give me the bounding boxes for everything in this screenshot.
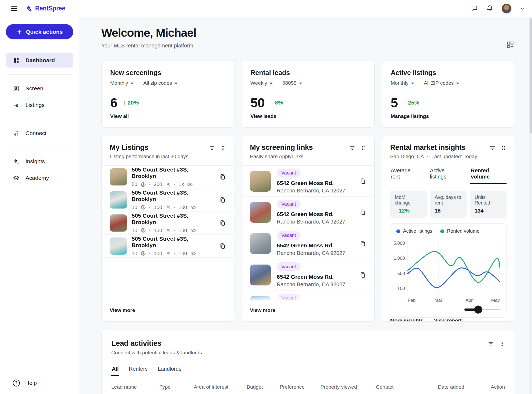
copy-link-icon[interactable] (359, 272, 366, 278)
quick-actions-button[interactable]: Quick actions (6, 24, 73, 39)
period-dropdown[interactable]: Monthly (391, 80, 414, 86)
listing-stats: 10 100 100 (132, 205, 214, 210)
help-label: Help (25, 380, 37, 386)
chevron-down-icon[interactable] (520, 6, 525, 11)
drag-handle-icon[interactable] (500, 145, 507, 151)
lead-activities-card: Lead activities Connect with potential l… (101, 330, 515, 394)
tab-all[interactable]: All (111, 365, 119, 376)
filter-icon[interactable] (489, 145, 496, 151)
tab-landlords[interactable]: Landlords (157, 365, 182, 376)
listing-stats: 10 100 100 (132, 251, 214, 257)
filter-icon[interactable] (209, 145, 215, 151)
property-photo (250, 171, 271, 192)
copy-link-icon[interactable] (219, 220, 226, 226)
sidebar-item-screen[interactable]: Screen (6, 81, 73, 96)
drag-handle-icon[interactable] (360, 145, 366, 151)
my-listings-subtitle: Listing performance in last 30 days (110, 154, 209, 159)
property-address: 6542 Green Moss Rd. (277, 242, 353, 249)
tab-average-rent[interactable]: Average rent (390, 166, 419, 184)
listing-row[interactable]: 505 Court Street #3S, Brooklyn 10 100 10… (102, 188, 234, 211)
more-insights-link[interactable]: More insights (390, 318, 423, 322)
academy-graduation-cap-icon (13, 175, 20, 181)
stat-card-link[interactable]: Manage listings (391, 113, 429, 119)
sidebar-item-dashboard[interactable]: Dashboard (6, 53, 73, 68)
dot-separator (149, 253, 150, 254)
listing-row[interactable]: 505 Court Street #3S, Brooklyn 10 100 10… (102, 235, 234, 258)
stat-card-title: Rental leads (250, 69, 366, 77)
view-report-link[interactable]: View report (434, 318, 462, 322)
vacant-status-badge: Vacant (277, 231, 301, 240)
dot-separator (174, 253, 175, 254)
mom-change-chip: MoM change 12% (390, 191, 427, 218)
listing-row[interactable]: 505 Court Street #3S, Brooklyn 10 100 10… (102, 211, 234, 235)
drag-handle-icon[interactable] (220, 145, 226, 151)
line-chart: FebMarAprMay1005001,0005,000 (394, 236, 503, 305)
screening-link-row[interactable]: Vacant 6542 Green Moss Rd. Rancho Bernar… (242, 165, 374, 197)
hamburger-menu-icon[interactable] (10, 5, 18, 12)
period-dropdown[interactable]: Monthly (110, 80, 134, 86)
help-question-icon: ? (13, 380, 20, 386)
copy-link-icon[interactable] (359, 240, 366, 247)
screening-link-row[interactable]: Vacant 6542 Green Moss Rd. Rancho Bernar… (242, 259, 374, 291)
my-listings-view-more-link[interactable]: View more (110, 307, 135, 313)
slider-thumb[interactable] (474, 306, 482, 314)
chat-icon[interactable] (471, 5, 478, 12)
tab-rented-volume[interactable]: Rented volume (470, 166, 507, 184)
divider (7, 119, 72, 119)
stat-value: 6 (110, 95, 117, 110)
chart-range-slider[interactable] (464, 306, 500, 314)
tab-renters[interactable]: Renters (128, 365, 148, 376)
copy-link-icon[interactable] (359, 209, 366, 216)
sidebar-item-academy[interactable]: Academy (6, 171, 73, 185)
page-title: Welcome, Michael (101, 26, 515, 39)
filter-icon[interactable] (488, 341, 494, 347)
lead-table-header: Lead name Type Area of interest Budget P… (111, 384, 505, 390)
stat-card-link[interactable]: View all (110, 113, 129, 119)
copy-link-icon[interactable] (219, 196, 226, 203)
filter-icon[interactable] (349, 145, 355, 151)
dot-separator (174, 230, 175, 231)
lead-activities-title: Lead activities (111, 339, 488, 348)
insights-chart: Active listings Rented volume FebMarAprM… (390, 223, 507, 318)
notifications-bell-icon[interactable] (486, 5, 493, 12)
screening-link-row[interactable]: Vacant 6542 Green Moss Rd. Rancho Bernar… (242, 197, 374, 228)
drag-handle-icon[interactable] (499, 341, 505, 347)
customize-dashboard-icon[interactable] (506, 41, 514, 49)
lead-activities-tabs: All Renters Landlords (111, 365, 505, 376)
sidebar-item-connect[interactable]: Connect (6, 126, 73, 140)
copy-link-icon[interactable] (359, 178, 366, 185)
units-rented-chip: Units Rented 134 (470, 191, 507, 218)
sidebar-item-insights[interactable]: Insights (6, 154, 73, 169)
period-dropdown[interactable]: Weekly (250, 80, 273, 86)
svg-text:500: 500 (397, 271, 405, 276)
page-scrollbar[interactable] (529, 17, 532, 394)
rental-market-insights-card: Rental market insights San Diego, CA Las… (382, 136, 515, 322)
legend-dot-rented-volume (440, 229, 444, 233)
caret-down-icon (174, 83, 178, 84)
copy-link-icon[interactable] (219, 173, 226, 180)
zipcode-dropdown[interactable]: 98055 (282, 80, 302, 86)
help-button[interactable]: ? Help (6, 375, 73, 388)
sidebar-item-label: Academy (25, 175, 49, 181)
zipcode-dropdown[interactable]: All ZIP codes (424, 80, 460, 86)
sidebar-item-label: Screen (25, 85, 43, 92)
stat-delta: 20% (123, 99, 139, 106)
applicant-person-icon (141, 205, 146, 210)
insights-title: Rental market insights (390, 143, 489, 152)
screening-links-view-more-link[interactable]: View more (250, 307, 275, 313)
stat-card-link[interactable]: View leads (250, 113, 276, 119)
top-bar: RentSpree (0, 0, 532, 17)
applicant-person-icon (141, 182, 146, 187)
screening-link-row[interactable]: Vacant 6542 Green Moss Rd. Rancho Bernar… (242, 228, 374, 259)
main-content: Welcome, Michael Your MLS rental managem… (79, 17, 532, 394)
zipcode-dropdown[interactable]: All zip codes (143, 80, 178, 86)
tab-active-listings[interactable]: Active listings (429, 166, 460, 184)
listing-address: 505 Court Street #3S, Brooklyn (132, 189, 214, 202)
user-avatar[interactable] (501, 3, 512, 14)
screening-link-row[interactable]: Vacant 6542 Green Moss Rd. Rancho Bernar… (242, 291, 374, 301)
listing-row[interactable]: 505 Court Street #3S, Brooklyn 50 200 1k (102, 165, 234, 188)
copy-link-icon[interactable] (219, 243, 226, 250)
sidebar-item-listings[interactable]: Listings (6, 98, 73, 112)
brand-logo[interactable]: RentSpree (25, 5, 65, 12)
stat-card-title: Active listings (391, 69, 506, 77)
